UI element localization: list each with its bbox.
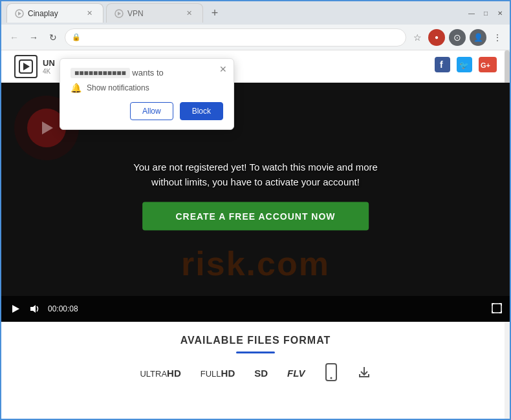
format-fullhd: FULLHD — [201, 368, 235, 379]
video-overlay-content: You are not registered yet! To watch thi… — [133, 160, 378, 231]
logo-icon — [14, 55, 38, 78]
svg-marker-3 — [118, 12, 121, 16]
format-icons: ULTRAHD FULLHD SD FLV — [14, 363, 497, 383]
title-underline — [236, 352, 275, 353]
tab-cinaplay-close[interactable]: ✕ — [84, 8, 95, 19]
svg-text:G+: G+ — [481, 61, 490, 69]
popup-buttons: Allow Block — [71, 102, 223, 120]
format-download — [357, 365, 371, 381]
svg-point-17 — [330, 377, 332, 379]
bookmark-icon[interactable]: ☆ — [410, 30, 424, 45]
extension-icon-2[interactable]: ⊙ — [449, 29, 466, 46]
vpn-tab-icon — [114, 9, 124, 18]
play-logo-icon — [19, 59, 33, 74]
twitter-button[interactable]: 🐦 — [457, 57, 472, 76]
browser-window: Cinaplay ✕ VPN ✕ + — □ ✕ — [0, 0, 511, 420]
format-ultrahd: ULTRAHD — [140, 368, 180, 379]
forward-button[interactable]: → — [26, 30, 41, 45]
close-button[interactable]: ✕ — [495, 8, 505, 17]
popup-site-name: ■■■■■■■■■■■ — [71, 68, 130, 78]
tab-vpn-close[interactable]: ✕ — [184, 8, 195, 19]
video-controls: 00:00:08 — [1, 296, 510, 322]
svg-text:🐦: 🐦 — [459, 60, 469, 70]
video-overlay-text: You are not registered yet! To watch thi… — [133, 160, 378, 189]
page-content: ✕ ■■■■■■■■■■■ wants to 🔔 Show notificati… — [1, 50, 510, 419]
extension-icon-1[interactable]: ● — [428, 29, 445, 46]
address-bar: ← → ↻ 🔒 ☆ ● ⊙ 👤 ⋮ — [1, 25, 510, 50]
maximize-button[interactable]: □ — [481, 8, 490, 17]
title-bar: Cinaplay ✕ VPN ✕ + — □ ✕ — [1, 1, 510, 25]
tab-vpn[interactable]: VPN ✕ — [106, 3, 203, 23]
svg-marker-5 — [23, 63, 30, 70]
logo-sub: 4K — [43, 68, 55, 75]
menu-icon[interactable]: ⋮ — [490, 30, 505, 45]
format-sd: SD — [254, 368, 268, 379]
format-mobile — [325, 363, 338, 383]
site-header-right: f 🐦 G+ — [435, 57, 497, 76]
format-flv: FLV — [287, 368, 305, 379]
reload-button[interactable]: ↻ — [45, 30, 61, 45]
minimize-button[interactable]: — — [467, 8, 476, 17]
create-account-button[interactable]: CREATE A FREE ACCOUNT NOW — [142, 202, 369, 231]
logo-text: UN — [43, 58, 55, 68]
site-logo: UN 4K — [14, 55, 55, 78]
play-button[interactable] — [9, 302, 22, 315]
popup-wants-to: wants to — [132, 68, 163, 78]
popup-close-button[interactable]: ✕ — [219, 64, 227, 74]
facebook-button[interactable]: f — [435, 57, 450, 76]
files-format-title: AVAILABLE FILES FORMAT — [14, 335, 497, 346]
toolbar-right: ☆ ● ⊙ 👤 ⋮ — [410, 29, 505, 46]
svg-rect-15 — [492, 304, 501, 313]
svg-marker-14 — [30, 305, 36, 313]
below-video: AVAILABLE FILES FORMAT ULTRAHD FULLHD SD… — [1, 322, 510, 396]
cinaplay-tab-icon — [15, 9, 24, 18]
svg-marker-1 — [18, 12, 21, 16]
volume-button[interactable] — [28, 302, 41, 315]
allow-button[interactable]: Allow — [130, 102, 173, 120]
tab-vpn-label: VPN — [127, 9, 144, 18]
back-button[interactable]: ← — [6, 30, 22, 45]
lock-icon: 🔒 — [72, 33, 81, 41]
svg-marker-13 — [12, 305, 19, 313]
popup-notification-text: Show notifications — [87, 83, 149, 92]
new-tab-button[interactable]: + — [206, 4, 224, 22]
svg-marker-12 — [42, 121, 53, 134]
popup-notification-row: 🔔 Show notifications — [71, 83, 223, 93]
popup-title: ■■■■■■■■■■■ wants to — [71, 68, 223, 78]
bell-icon: 🔔 — [71, 83, 82, 93]
window-controls: — □ ✕ — [467, 8, 505, 17]
download-icon — [357, 365, 371, 379]
profile-icon[interactable]: 👤 — [470, 29, 486, 46]
google-plus-button[interactable]: G+ — [479, 57, 497, 76]
tab-cinaplay[interactable]: Cinaplay ✕ — [6, 3, 103, 23]
fullscreen-button[interactable] — [492, 303, 502, 315]
svg-text:f: f — [440, 59, 443, 70]
address-input[interactable]: 🔒 — [65, 28, 406, 47]
time-display: 00:00:08 — [48, 304, 78, 313]
mobile-icon — [325, 363, 338, 381]
notification-popup: ✕ ■■■■■■■■■■■ wants to 🔔 Show notificati… — [60, 58, 234, 130]
video-watermark: risk.com — [181, 244, 330, 283]
block-button[interactable]: Block — [180, 102, 223, 120]
video-play-icon — [37, 118, 56, 138]
tab-cinaplay-label: Cinaplay — [28, 9, 58, 18]
